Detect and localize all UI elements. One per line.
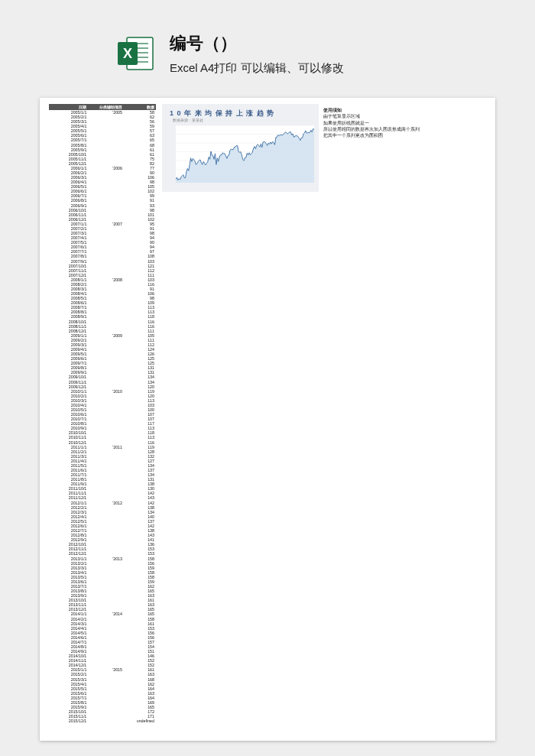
trend-chart: 1 0 年 来 均 保 持 上 涨 趋 势 数据来源：某某处 [162, 104, 319, 192]
note-line: 所以使用相同的数据再次加入图表形成两个系列 [323, 126, 420, 132]
table-row: 2015/12/1 undefined [49, 719, 156, 723]
document-header: X 编号（） Excel A4打印 可以编辑、可以修改 [0, 0, 535, 92]
col-value: 数据 [124, 104, 156, 110]
table-header-row: 日期 分类辅助项目 数据 [49, 104, 156, 110]
cell-date: 2015/12/1 [49, 719, 88, 723]
notes-title: 使用须知 [323, 107, 420, 113]
excel-icon: X [115, 33, 156, 74]
col-date: 日期 [49, 104, 88, 110]
data-table: 日期 分类辅助项目 数据 2005/1/1 '2005 58 2005/2/1 … [49, 104, 156, 723]
col-group: 分类辅助项目 [88, 104, 124, 110]
cell-value: undefined [124, 719, 156, 723]
document-subtitle: Excel A4打印 可以编辑、可以修改 [170, 61, 344, 76]
cell-group [88, 719, 124, 723]
note-line: 由于笔算显示区域 [323, 113, 420, 119]
note-line: 把其中一个系列更改为面积图 [323, 132, 420, 138]
chart-title: 1 0 年 来 均 保 持 上 涨 趋 势 [170, 109, 274, 118]
note-line: 如果使用折线图就是一 [323, 120, 420, 126]
header-text: 编号（） Excel A4打印 可以编辑、可以修改 [170, 32, 344, 76]
chart-subtitle: 数据来源：某某处 [173, 118, 203, 122]
page-preview: 日期 分类辅助项目 数据 2005/1/1 '2005 58 2005/2/1 … [40, 98, 495, 741]
svg-text:X: X [123, 46, 132, 61]
document-title: 编号（） [170, 32, 344, 55]
usage-notes: 使用须知 由于笔算显示区域 如果使用折线图就是一 所以使用相同的数据再次加入图表… [323, 104, 420, 723]
plot-area [176, 125, 314, 183]
